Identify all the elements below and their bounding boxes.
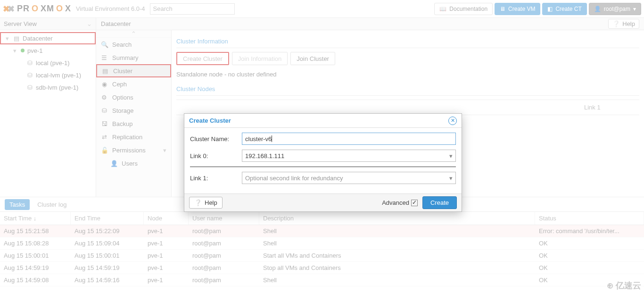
- book-icon: 📖: [439, 6, 446, 12]
- dialog-header: Create Cluster ✕: [184, 114, 462, 128]
- monitor-icon: 🖥: [500, 6, 505, 12]
- breadcrumb: Datacenter: [101, 20, 131, 27]
- status-online-icon: [21, 49, 25, 52]
- cluster-action-buttons: Create Cluster Join Information Join Clu…: [176, 52, 639, 65]
- server-view-header[interactable]: Server View⌄: [0, 18, 96, 30]
- chevron-down-icon: ▾: [163, 147, 166, 154]
- col-end-time[interactable]: End Time: [71, 212, 144, 225]
- table-row[interactable]: Aug 15 15:08:28Aug 15 15:09:04pve-1root@…: [0, 237, 644, 250]
- create-button[interactable]: Create: [422, 196, 457, 209]
- help-icon: ❔: [612, 20, 620, 27]
- chevron-down-icon: ▾: [449, 175, 453, 182]
- submenu-summary[interactable]: ☰Summary: [96, 51, 171, 64]
- chevron-down-icon: ▾: [449, 152, 453, 160]
- cluster-info-title: Cluster Information: [176, 35, 639, 48]
- link1-select[interactable]: Optional second link for redundancy▾: [242, 172, 456, 184]
- col-user[interactable]: User name: [189, 212, 259, 225]
- table-row[interactable]: Aug 15 14:59:08Aug 15 14:59:16pve-1root@…: [0, 274, 644, 286]
- summary-icon: ☰: [101, 54, 107, 61]
- dialog-footer: ❔Help Advanced Create: [184, 193, 462, 211]
- tree-storage-sdb-lvm[interactable]: ⛁ sdb-lvm (pve-1): [0, 81, 96, 93]
- submenu-replication[interactable]: ⇄Replication: [96, 130, 171, 143]
- col-link1: Link 1: [579, 100, 639, 115]
- help-button[interactable]: ❔Help: [608, 19, 639, 29]
- link0-select[interactable]: 192.168.1.111▾: [242, 150, 456, 162]
- cluster-name-label: Cluster Name:: [190, 135, 242, 143]
- task-grid-header: Start Time ↓ End Time Node User name Des…: [0, 211, 644, 225]
- tree-storage-local-lvm[interactable]: ⛁ local-lvm (pve-1): [0, 69, 96, 81]
- cube-icon: ◧: [547, 6, 553, 12]
- join-information-button[interactable]: Join Information: [232, 52, 288, 65]
- replication-icon: ⇄: [101, 134, 107, 141]
- create-cluster-button[interactable]: Create Cluster: [176, 52, 229, 65]
- header-bar: ✖✖ PROXMOX Virtual Environment 6.0-4 Sea…: [0, 0, 644, 18]
- search-input[interactable]: Search: [150, 3, 235, 15]
- table-row[interactable]: Aug 15 15:21:58Aug 15 15:22:09pve-1root@…: [0, 225, 644, 237]
- search-icon: 🔍: [101, 41, 107, 48]
- dialog-title: Create Cluster: [189, 117, 231, 124]
- link1-label: Link 1:: [190, 175, 242, 182]
- submenu-storage[interactable]: ⛁Storage: [96, 104, 171, 117]
- ceph-icon: ◉: [101, 81, 107, 88]
- expand-icon: ▾: [6, 35, 10, 42]
- storage-icon: ⛁: [101, 107, 107, 114]
- task-rows: Aug 15 15:21:58Aug 15 15:22:09pve-1root@…: [0, 225, 644, 286]
- tree-node-pve1[interactable]: ▾ pve-1: [0, 44, 96, 57]
- env-label: Virtual Environment 6.0-4: [76, 5, 145, 12]
- gear-icon: ⚙: [101, 94, 107, 101]
- server-view-sidebar: Server View⌄ ▾ ▤ Datacenter ▾ pve-1 ⛁ lo…: [0, 18, 96, 197]
- documentation-button[interactable]: 📖Documentation: [434, 3, 493, 15]
- resource-tree: ▾ ▤ Datacenter ▾ pve-1 ⛁ local (pve-1) ⛁…: [0, 30, 96, 95]
- server-icon: ▤: [13, 35, 20, 42]
- backup-icon: 🖫: [101, 120, 107, 127]
- storage-icon: ⛁: [26, 72, 33, 79]
- tab-cluster-log[interactable]: Cluster log: [33, 199, 71, 210]
- col-node[interactable]: Node: [144, 212, 189, 225]
- col-start-time[interactable]: Start Time ↓: [0, 212, 71, 225]
- breadcrumb-bar: Datacenter ❔Help: [96, 18, 644, 30]
- submenu-backup[interactable]: 🖫Backup: [96, 117, 171, 130]
- table-row[interactable]: Aug 15 14:59:19Aug 15 14:59:19pve-1root@…: [0, 262, 644, 274]
- cluster-name-input[interactable]: cluster-v6: [242, 133, 456, 145]
- expand-icon: ▾: [13, 47, 18, 54]
- submenu-permissions[interactable]: 🔓Permissions▾: [96, 143, 171, 157]
- col-status[interactable]: Status: [535, 212, 644, 225]
- tree-datacenter[interactable]: ▾ ▤ Datacenter: [0, 32, 96, 44]
- col-description[interactable]: Description: [259, 212, 535, 225]
- advanced-toggle[interactable]: Advanced: [382, 199, 418, 206]
- logo: ✖✖ PROXMOX: [3, 4, 71, 14]
- create-cluster-dialog: Create Cluster ✕ Cluster Name: cluster-v…: [184, 113, 462, 212]
- tree-storage-local[interactable]: ⛁ local (pve-1): [0, 57, 96, 69]
- dialog-help-button[interactable]: ❔Help: [189, 197, 223, 209]
- submenu-users[interactable]: 👤Users: [96, 157, 171, 170]
- submenu-ceph[interactable]: ◉Ceph: [96, 77, 171, 91]
- chevron-down-icon: ⌄: [87, 20, 92, 27]
- checkbox-checked-icon: [411, 200, 418, 206]
- cluster-icon: ▤: [102, 67, 108, 75]
- close-icon[interactable]: ✕: [448, 117, 457, 125]
- submenu-search[interactable]: 🔍Search: [96, 38, 171, 51]
- watermark: ⊕ 亿速云: [607, 280, 641, 291]
- user-icon: 👤: [594, 6, 601, 12]
- link0-label: Link 0:: [190, 152, 242, 160]
- submenu-options[interactable]: ⚙Options: [96, 91, 171, 104]
- cluster-nodes-title: Cluster Nodes: [176, 83, 639, 96]
- collapse-icon[interactable]: ⌃: [96, 30, 171, 38]
- divider: [190, 167, 456, 167]
- storage-icon: ⛁: [26, 59, 33, 67]
- join-cluster-button[interactable]: Join Cluster: [290, 52, 335, 65]
- create-vm-button[interactable]: 🖥Create VM: [495, 3, 540, 15]
- cluster-status: Standalone node - no cluster defined: [176, 69, 639, 83]
- chevron-down-icon: ▾: [633, 6, 636, 12]
- lock-icon: 🔓: [101, 147, 107, 154]
- user-icon: 👤: [110, 160, 117, 167]
- config-submenu: ⌃ 🔍Search ☰Summary ▤Cluster ◉Ceph ⚙Optio…: [96, 30, 172, 197]
- tab-tasks[interactable]: Tasks: [5, 199, 30, 210]
- help-icon: ❔: [194, 199, 202, 206]
- storage-icon: ⛁: [26, 84, 33, 91]
- submenu-cluster[interactable]: ▤Cluster: [96, 64, 171, 77]
- user-menu-button[interactable]: 👤root@pam ▾: [589, 3, 641, 15]
- table-row[interactable]: Aug 15 15:00:01Aug 15 15:00:01pve-1root@…: [0, 250, 644, 262]
- create-ct-button[interactable]: ◧Create CT: [542, 3, 586, 15]
